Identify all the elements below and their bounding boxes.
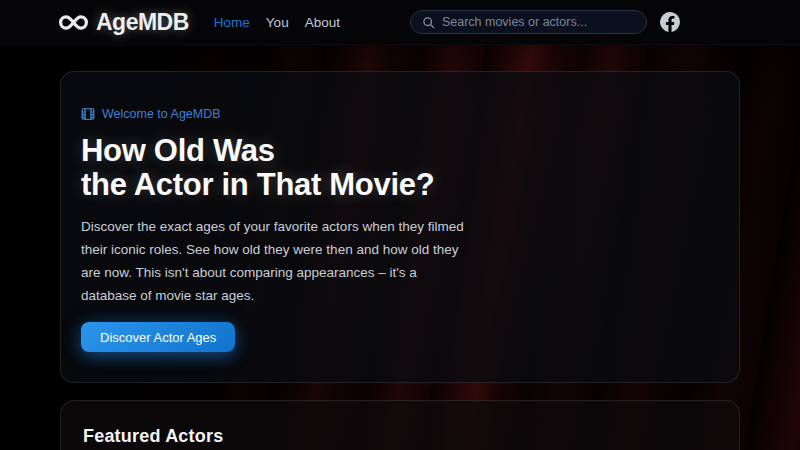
featured-actors-title: Featured Actors: [83, 426, 717, 447]
page: AgeMDB Home You About: [0, 0, 800, 450]
hero-description: Discover the exact ages of your favorite…: [81, 215, 719, 307]
header: AgeMDB Home You About: [0, 0, 800, 45]
film-icon: [81, 107, 95, 121]
discover-actor-ages-button[interactable]: Discover Actor Ages: [81, 322, 235, 352]
main-nav: Home You About: [206, 15, 348, 30]
search-input[interactable]: [442, 15, 635, 29]
facebook-icon[interactable]: [660, 12, 680, 32]
search-bar[interactable]: [410, 10, 647, 34]
welcome-badge: Welcome to AgeMDB: [81, 106, 719, 122]
nav-about[interactable]: About: [297, 15, 348, 30]
brand-logo[interactable]: AgeMDB: [58, 9, 189, 36]
welcome-badge-label: Welcome to AgeMDB: [102, 106, 221, 122]
brand-name: AgeMDB: [96, 9, 189, 36]
hero-title: How Old Was the Actor in That Movie?: [81, 134, 719, 202]
nav-you[interactable]: You: [258, 15, 297, 30]
nav-home[interactable]: Home: [206, 15, 258, 30]
main-content: Welcome to AgeMDB How Old Was the Actor …: [0, 71, 800, 450]
search-icon: [422, 16, 435, 29]
featured-actors-card: Featured Actors: [60, 400, 740, 450]
infinity-reel-icon: [58, 14, 89, 31]
hero-card: Welcome to AgeMDB How Old Was the Actor …: [60, 71, 740, 383]
